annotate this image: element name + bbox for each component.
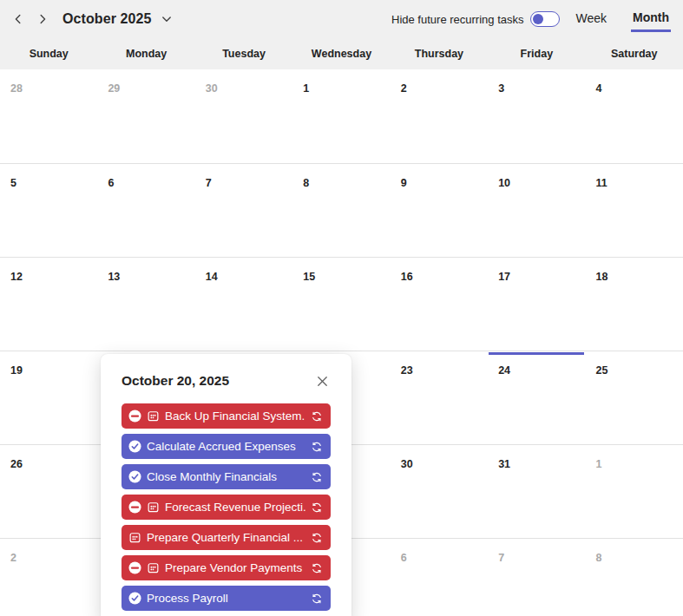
day-cell[interactable]: 29 [97,69,194,163]
calendar-icon [147,561,160,574]
date-number: 10 [498,177,510,189]
date-number: 30 [206,82,218,95]
tab-week[interactable]: Week [574,8,608,30]
day-cell[interactable]: 28 [0,69,97,163]
day-cell[interactable]: 5 [0,164,97,257]
date-number: 14 [206,271,218,283]
overdue-icon [128,501,141,514]
day-cell[interactable]: 18 [586,258,683,351]
completed-icon [128,592,141,605]
overdue-icon [128,410,141,423]
date-number: 1 [596,458,602,470]
date-number: 28 [10,82,23,95]
date-number: 13 [108,271,120,283]
day-cell[interactable]: 17 [488,258,585,351]
calendar-icon [147,501,160,514]
day-cell[interactable]: 6 [391,539,488,616]
completed-icon [128,470,141,483]
recurring-icon [311,562,323,574]
recurring-icon [311,593,323,605]
tab-month[interactable]: Month [631,7,671,32]
task-chip[interactable]: Prepare Vendor Payments [121,555,331,580]
day-cell[interactable]: 11 [586,164,683,257]
toggle-knob [533,14,543,24]
task-label: Process Payroll [147,592,305,605]
day-cell[interactable]: 9 [391,164,488,257]
next-month-button[interactable] [31,8,54,30]
date-number: 18 [596,271,608,283]
day-cell[interactable]: 24 [488,351,585,444]
weekday-label-thursday: Thursday [391,38,488,69]
task-chip[interactable]: Close Monthly Financials [121,464,331,489]
chevron-left-icon [12,13,24,25]
date-number: 12 [10,271,23,283]
date-number: 16 [401,271,413,283]
day-cell[interactable]: 8 [586,539,683,616]
date-number: 29 [108,82,120,95]
day-cell[interactable]: 1 [586,445,683,538]
day-cell[interactable]: 7 [195,164,292,257]
week-row: 2829301234 [0,69,683,163]
close-icon [316,375,329,388]
day-cell[interactable]: 2 [391,69,488,163]
date-number: 9 [401,177,407,189]
day-cell[interactable]: 7 [488,539,585,616]
previous-month-button[interactable] [7,8,30,30]
completed-icon [128,440,141,453]
day-cell[interactable]: 30 [195,69,292,163]
day-cell[interactable]: 12 [0,258,97,351]
day-cell[interactable]: 31 [488,445,585,538]
day-cell[interactable]: 23 [391,351,488,444]
task-chip[interactable]: Forecast Revenue Projecti... [121,495,331,520]
day-cell[interactable]: 4 [586,69,683,163]
task-chip[interactable]: Back Up Financial System... [121,403,331,429]
day-cell[interactable]: 15 [292,258,390,351]
day-details-popup: October 20, 2025 Back Up Financial Syste… [101,354,351,616]
task-chip[interactable]: Prepare Quarterly Financial ... [121,525,331,550]
day-cell[interactable]: 13 [97,258,194,351]
month-picker-button[interactable]: October 2025 [62,11,173,27]
toolbar: October 2025 Hide future recurring tasks… [0,0,683,38]
date-number: 6 [108,177,114,189]
date-number: 7 [206,177,212,189]
day-cell[interactable]: 19 [0,351,97,444]
task-chip[interactable]: Calculate Accrued Expenses [121,434,331,459]
date-number: 8 [303,177,309,189]
date-number: 8 [596,552,602,564]
day-cell[interactable]: 1 [292,69,390,163]
day-cell[interactable]: 2 [0,539,97,616]
weekday-label-saturday: Saturday [586,38,683,69]
day-cell[interactable]: 26 [0,445,97,538]
date-number: 2 [401,82,407,95]
weekday-label-monday: Monday [97,38,194,69]
today-indicator [489,352,583,355]
hide-recurring-toggle[interactable] [530,11,560,27]
close-button[interactable] [313,372,331,390]
date-number: 6 [401,552,407,564]
day-cell[interactable]: 10 [488,164,585,257]
day-cell[interactable]: 3 [488,69,585,163]
month-title: October 2025 [62,11,152,27]
date-number: 5 [10,177,16,189]
day-cell[interactable]: 30 [391,445,488,538]
date-number: 17 [498,271,510,283]
weekday-label-friday: Friday [488,38,585,69]
day-cell[interactable]: 6 [97,164,194,257]
day-cell[interactable]: 8 [292,164,390,257]
calendar-icon [147,410,160,423]
toolbar-left: October 2025 [7,8,173,30]
week-row: 12131415161718 [0,257,683,351]
date-number: 1 [303,82,309,95]
day-cell[interactable]: 25 [586,351,683,444]
date-number: 4 [596,82,602,95]
date-number: 3 [498,82,504,95]
task-chip[interactable]: Process Payroll [121,586,331,611]
calendar-icon [128,531,141,544]
date-number: 24 [498,364,510,377]
day-cell[interactable]: 14 [195,258,292,351]
hide-recurring-label: Hide future recurring tasks [391,13,523,26]
date-number: 25 [596,364,608,377]
day-cell[interactable]: 16 [391,258,488,351]
overdue-icon [128,561,141,574]
task-label: Close Monthly Financials [147,470,305,483]
